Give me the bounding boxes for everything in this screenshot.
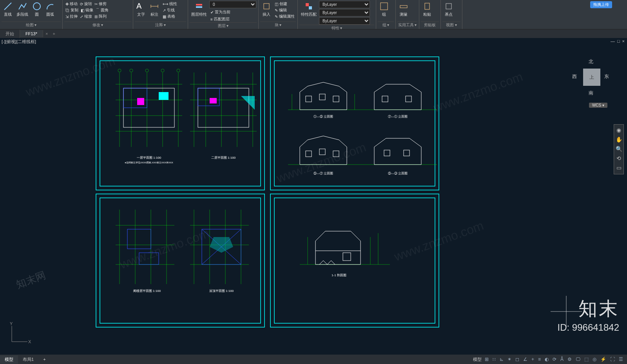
nav-zoom-icon[interactable]: 🔍 [615,146,622,153]
svg-rect-38 [137,98,144,105]
group-panel-title[interactable]: 组 ▾ [378,22,394,28]
layer-panel-title[interactable]: 图层 ▾ [190,22,257,29]
ws-icon[interactable]: ⚙ [567,357,573,362]
vp-max-icon[interactable]: □ [617,39,620,43]
paste-button[interactable]: 粘贴 [421,1,433,18]
custom-icon[interactable]: ☰ [618,357,624,362]
modelspace-label[interactable]: 模型 [473,357,482,362]
viewcube-west[interactable]: 西 [572,73,577,80]
ucs-icon[interactable]: XY [8,322,31,347]
cycle-icon[interactable]: ⟳ [552,357,557,362]
layer-match[interactable]: ≡ 匹配图层 [209,16,256,22]
clean-icon[interactable]: ⛶ [609,357,616,362]
transp-icon[interactable]: ◐ [544,357,549,362]
baseview-button[interactable]: 基点 [442,1,455,18]
viewcube-top[interactable]: 上 [583,69,600,86]
osnap-icon[interactable]: ◻ [515,357,520,362]
tab-close-icon[interactable]: × [43,31,50,36]
viewcube[interactable]: 上 北 南 西 东 [568,54,615,101]
vp-close-icon[interactable]: × [622,39,625,43]
linear-button[interactable]: ⟷ 线性 [161,1,178,7]
svg-point-33 [145,69,149,72]
polar-icon[interactable]: ✶ [507,357,512,362]
linetype-selector[interactable]: ByLayer [319,9,370,16]
svg-rect-51 [198,88,249,127]
tab-new-icon[interactable]: + [50,31,57,36]
prop-panel-title[interactable]: 特性 ▾ [299,25,374,31]
layer-set-current[interactable]: ✔ 置为当前 [209,9,256,15]
svg-rect-73 [333,151,339,157]
tab-file[interactable]: FF13* [20,30,43,37]
clip-panel-title[interactable]: 剪贴板 [421,22,439,28]
viewport[interactable]: [-][俯视][二维线框] — □ × 一层平面图 1:100 [0,38,627,355]
svg-marker-65 [374,84,421,110]
svg-text:1-1 剖面图: 1-1 剖面图 [332,273,346,277]
viewport-label[interactable]: [-][俯视][二维线框] [2,39,36,45]
lineweight-selector[interactable]: ByLayer [319,17,370,25]
view-panel-title[interactable]: 视图 ▾ [442,22,460,28]
svg-rect-77 [384,150,390,156]
hw-icon[interactable]: ⚡ [600,357,607,362]
draw-panel-title[interactable]: 绘图 ▾ [2,22,61,28]
modify-panel-title[interactable]: 修改 ▾ [64,22,131,28]
color-selector[interactable]: ByLayer [319,1,370,8]
anno-icon[interactable]: Å [560,357,564,362]
snap-icon[interactable]: ∷ [492,357,497,362]
tab-start[interactable]: 开始 [0,30,20,38]
block-create[interactable]: ◫ 创建 [274,1,296,7]
move-button[interactable]: ✥ 移动 ⟳ 旋转 ✂ 修剪 [64,1,108,7]
drawing-canvas[interactable]: 一层平面图 1:100 ●说明标注详见XXXX图标,XXX标注XXX米XXX 二… [4,45,611,351]
layer-selector[interactable]: 0 [209,1,256,8]
circle-button[interactable]: 圆 [31,1,43,18]
svg-rect-9 [309,6,312,9]
wcs-badge[interactable]: WCS ▾ [589,103,607,108]
viewcube-east[interactable]: 东 [604,73,609,80]
model-tab[interactable]: 模型 [0,355,18,364]
block-panel-title[interactable]: 块 ▾ [260,22,296,28]
dyn-icon[interactable]: + [531,357,535,362]
svg-rect-20 [270,194,439,327]
svg-rect-13 [446,4,451,9]
svg-point-31 [118,69,121,72]
monitor-icon[interactable]: 🖵 [575,357,581,362]
arc-button[interactable]: 圆弧 [44,1,56,18]
group-button[interactable]: 组 [378,1,390,18]
insert-button[interactable]: 插入 [260,1,273,18]
svg-text:①—⑤ 立面图: ①—⑤ 立面图 [314,115,333,118]
nav-pan-icon[interactable]: ✋ [615,136,622,143]
ortho-icon[interactable]: ⊾ [499,357,504,362]
stretch-button[interactable]: ⇲ 拉伸 ⤢ 缩放 ⊞ 阵列 [64,13,108,20]
measure-button[interactable]: 测量 [397,1,410,18]
viewcube-south[interactable]: 南 [589,90,593,96]
block-edit[interactable]: ✎ 编辑 [274,7,296,13]
nav-showmotion-icon[interactable]: ▭ [615,165,622,172]
lweight-icon[interactable]: ≡ [537,357,542,362]
table-button[interactable]: ▦ 表格 [161,13,178,20]
matchprop-button[interactable]: 特性匹配 [299,1,318,18]
svg-point-32 [130,69,133,72]
vp-min-icon[interactable]: — [611,39,615,43]
text-button[interactable]: A文字 [135,1,147,18]
svg-text:●说明标注详见XXXX图标,XXX标注XXX米XXX: ●说明标注详见XXXX图标,XXX标注XXX米XXX [125,161,173,164]
status-bar: 模型 布局1 + 模型 ⊞ ∷ ⊾ ✶ ◻ ∠ + ≡ ◐ ⟳ Å ⚙ 🖵 ⬚ … [0,355,627,364]
block-editattr[interactable]: ✎ 编辑属性 [274,13,296,20]
svg-rect-67 [406,96,411,102]
viewcube-north[interactable]: 北 [589,58,593,65]
grid-icon[interactable]: ⊞ [484,357,489,362]
layout1-tab[interactable]: 布局1 [18,355,38,364]
units-icon[interactable]: ⬚ [584,357,589,362]
isolate-icon[interactable]: ◎ [592,357,597,362]
util-panel-title[interactable]: 实用工具 ▾ [397,22,417,28]
layer-props-button[interactable]: 图层特性 [190,1,208,18]
polyline-button[interactable]: 多段线 [15,1,30,18]
add-layout-tab[interactable]: + [38,356,50,363]
line-button[interactable]: 直线 [2,1,14,18]
copy-button[interactable]: ⿻ 复制 ◧ 镜像 ⌒ 圆角 [64,7,110,13]
nav-orbit-icon[interactable]: ⟲ [615,155,622,162]
otrack-icon[interactable]: ∠ [522,357,528,362]
svg-text:二层平面图 1:100: 二层平面图 1:100 [211,156,236,159]
dimension-button[interactable]: 标注 [148,1,161,18]
annotate-panel-title[interactable]: 注释 ▾ [135,22,186,28]
nav-wheel-icon[interactable]: ◉ [615,127,622,134]
leader-button[interactable]: ↗ 引线 [161,7,178,13]
